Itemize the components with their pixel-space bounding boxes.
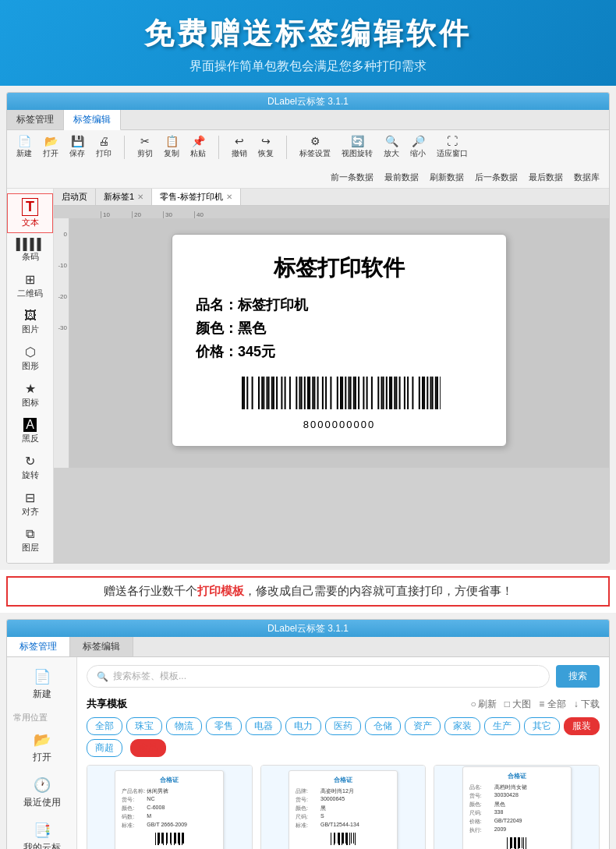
canvas-area[interactable]: 启动页 新标签1 ✕ 零售-标签打印机 ✕ 10 20 [54,189,609,563]
canvas-tab-retail[interactable]: 零售-标签打印机 ✕ [152,189,241,205]
tool-layer[interactable]: ⧉ 图层 [7,522,53,558]
svg-rect-32 [350,377,352,409]
toolbar-label-settings-btn[interactable]: ⚙ 标签设置 [296,133,334,161]
template-card-3[interactable]: 合格证 品名:高档时尚女裙 货号:30030428 颜色:黑色 尺码:338 价… [434,765,600,849]
refresh-btn[interactable]: ○ 刷新 [470,698,496,711]
toolbar-cut-btn[interactable]: ✂ 剪切 [134,133,156,161]
template-card-2[interactable]: 合格证 品牌:高姿时尚12月 货号:30000645 颜色:黑 尺码:S 标准:… [260,765,427,849]
filter-clothing[interactable]: 服装 [564,717,600,735]
label-canvas[interactable]: 标签打印软件 品名：标签打印机 颜色：黑色 价格：345元 8000000000 [69,218,609,468]
toolbar-view-rotate-btn[interactable]: 🔄 视图旋转 [338,133,376,161]
svg-rect-42 [386,377,388,409]
tool-invert[interactable]: A 黑反 [7,413,53,449]
filter-other[interactable]: 其它 [524,717,560,735]
filter-warehouse[interactable]: 仓储 [365,717,401,735]
svg-rect-17 [301,377,303,409]
first-data-btn[interactable]: 最前数据 [381,170,422,185]
toolbar-file-group: 📄 新建 📂 打开 💾 保存 🖨 打印 [13,133,115,161]
toolbar-copy-btn[interactable]: 📋 复制 [161,133,182,161]
filter-logistics[interactable]: 物流 [166,717,202,735]
search-input-wrap[interactable]: 🔍 搜索标签、模板... [87,665,550,688]
filter-retail[interactable]: 零售 [206,717,242,735]
svg-rect-40 [381,377,383,409]
tab-label-editor[interactable]: 标签编辑 [64,110,121,130]
tab-close-icon[interactable]: ✕ [137,193,143,201]
svg-rect-59 [440,377,441,409]
toolbar-save-btn[interactable]: 💾 保存 [66,133,88,161]
tool-text[interactable]: T 文本 [7,193,53,233]
sidebar-open[interactable]: 📂 打开 [7,725,76,770]
manager-tab-editor[interactable]: 标签编辑 [70,637,133,656]
prev-data-btn[interactable]: 前一条数据 [327,170,377,185]
svg-rect-30 [345,377,346,409]
tool-image[interactable]: 🖼 图片 [7,304,53,340]
tool-rotate[interactable]: ↻ 旋转 [7,449,53,486]
download-btn[interactable]: ↓ 下载 [574,698,600,711]
svg-rect-47 [399,377,401,409]
filter-production[interactable]: 生产 [484,717,520,735]
editor-window: DLabel云标签 3.1.1 标签管理 标签编辑 📄 新建 📂 打开 [6,92,610,564]
svg-rect-3 [252,377,253,409]
template-card-1[interactable]: 合格证 产品名称:休闲男裤 货号:NC 颜色:C-6008 码数:M 标准:GB… [87,765,253,849]
manager-window: DLabel云标签 3.1.1 标签管理 标签编辑 📄 新建 常用位置 📂 [6,619,610,849]
svg-rect-1 [243,377,245,409]
canvas-tab-new[interactable]: 新标签1 ✕ [96,189,152,205]
svg-rect-21 [312,377,313,409]
tab-close-icon-2[interactable]: ✕ [226,193,232,201]
svg-rect-5 [261,377,263,409]
sidebar-cloud[interactable]: 📑 我的云标 [7,815,76,849]
filter-electronics[interactable]: 电器 [246,717,281,735]
toolbar-paste-btn[interactable]: 📌 粘贴 [187,133,209,161]
recent-sidebar-icon: 🕐 [34,776,51,794]
tool-qrcode[interactable]: ⊞ 二维码 [7,267,53,304]
view-rotate-icon: 🔄 [351,135,364,147]
ruler-horizontal: 10 20 30 40 [54,206,609,218]
toolbar-open-btn[interactable]: 📂 打开 [40,133,62,161]
tool-barcode[interactable]: ▌▌▌▌ 条码 [7,233,53,267]
svg-rect-18 [304,377,306,409]
new-icon: 📄 [18,135,31,147]
toolbar-zoom-in-btn[interactable]: 🔍 放大 [381,133,402,161]
svg-rect-29 [342,377,343,409]
toolbar-fit-window-btn[interactable]: ⛶ 适应窗口 [434,133,471,161]
toolbar-divider-3 [286,136,287,159]
barcode-tool-icon: ▌▌▌▌ [16,238,44,250]
svg-rect-41 [383,377,384,409]
toolbar-redo-btn[interactable]: ↪ 恢复 [255,133,277,161]
manager-tab-manage[interactable]: 标签管理 [7,637,70,656]
toolbar-undo-btn[interactable]: ↩ 撤销 [228,133,250,161]
invert-tool-icon: A [23,418,37,432]
show-all-btn[interactable]: ≡ 全部 [539,698,565,711]
filter-supermarket[interactable]: 商超 [87,739,122,757]
toolbar-new-btn[interactable]: 📄 新建 [13,133,35,161]
sidebar-new[interactable]: 📄 新建 [7,662,76,707]
database-btn[interactable]: 数据库 [571,170,603,185]
sidebar-recent[interactable]: 🕐 最近使用 [7,770,76,815]
last-data-btn[interactable]: 最后数据 [526,170,566,185]
svg-rect-4 [258,377,260,409]
toolbar-print-btn[interactable]: 🖨 打印 [93,133,115,161]
filter-medicine[interactable]: 医药 [325,717,361,735]
toolbar-zoom-out-btn[interactable]: 🔎 缩小 [407,133,429,161]
tool-shape[interactable]: ⬡ 图形 [7,340,53,377]
next-data-btn[interactable]: 后一条数据 [472,170,521,185]
tool-align[interactable]: ⊟ 对齐 [7,486,53,522]
filter-jewelry[interactable]: 珠宝 [126,717,162,735]
tab-label-manager[interactable]: 标签管理 [7,110,64,129]
filter-power[interactable]: 电力 [285,717,321,735]
mini-label-1: 合格证 产品名称:休闲男裤 货号:NC 颜色:C-6008 码数:M 标准:GB… [115,770,224,849]
search-button[interactable]: 搜索 [556,665,600,688]
refresh-data-btn[interactable]: 刷新数据 [427,170,467,185]
large-view-btn[interactable]: □ 大图 [504,698,532,711]
filter-assets[interactable]: 资产 [405,717,441,735]
search-placeholder: 搜索标签、模板... [113,670,186,683]
middle-banner-text-after: ，修改成自己需要的内容就可直接打印，方便省事！ [244,584,513,599]
filter-all[interactable]: 全部 [87,717,122,735]
tool-icon-btn[interactable]: ★ 图标 [7,377,53,413]
canvas-tab-home[interactable]: 启动页 [54,189,96,205]
svg-rect-15 [296,377,297,409]
filter-home[interactable]: 家装 [444,717,480,735]
svg-rect-28 [340,377,342,409]
middle-banner: 赠送各行业数千个 打印模板 ，修改成自己需要的内容就可直接打印，方便省事！ [6,576,610,607]
filter-food[interactable]: 食品 [130,739,166,757]
